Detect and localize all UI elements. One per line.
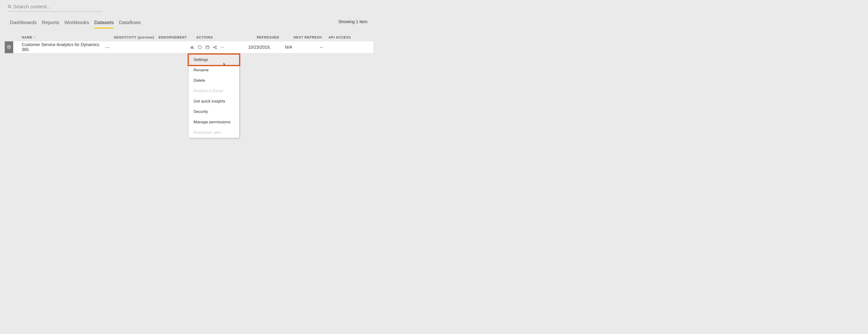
menu-security[interactable]: Security: [189, 107, 239, 117]
row-actions: +: [188, 45, 248, 49]
view-related-icon[interactable]: [213, 45, 217, 49]
more-options-icon[interactable]: [220, 45, 225, 49]
column-endorsement[interactable]: ENDORSEMENT: [159, 35, 196, 39]
tab-datasets[interactable]: Datasets: [94, 20, 114, 29]
row-sensitivity: —: [105, 45, 150, 50]
svg-line-1: [10, 7, 11, 8]
svg-text:+: +: [193, 45, 194, 47]
menu-analyze-in-excel: Analyze in Excel: [189, 86, 239, 96]
dataset-context-menu: Settings Rename Delete Analyze in Excel …: [189, 54, 239, 138]
column-next-refresh[interactable]: NEXT REFRESH: [293, 35, 329, 39]
column-refreshed[interactable]: REFRESHED: [257, 35, 293, 39]
svg-point-18: [223, 47, 224, 48]
svg-rect-3: [191, 47, 191, 49]
svg-rect-5: [193, 48, 193, 49]
svg-point-2: [7, 46, 10, 47]
row-refreshed: 10/23/2019,: [248, 45, 285, 50]
content-tabs: Dashboards Reports Workbooks Datasets Da…: [10, 20, 373, 29]
svg-point-17: [222, 47, 223, 48]
menu-rename[interactable]: Rename: [189, 65, 239, 75]
svg-line-15: [214, 48, 216, 48]
create-report-icon[interactable]: +: [190, 45, 194, 49]
row-name[interactable]: Customer Service Analytics for Dynamics …: [22, 42, 105, 52]
menu-delete[interactable]: Delete: [189, 75, 239, 86]
menu-settings[interactable]: Settings: [189, 55, 239, 65]
row-api-access: --: [320, 45, 344, 50]
svg-line-14: [214, 46, 216, 47]
svg-rect-4: [192, 46, 193, 49]
tab-workbooks[interactable]: Workbooks: [64, 20, 89, 29]
refresh-now-icon[interactable]: [198, 45, 202, 49]
table-row[interactable]: Customer Service Analytics for Dynamics …: [5, 41, 373, 53]
column-api-access[interactable]: API ACCESS: [329, 35, 352, 39]
column-name-label: NAME: [22, 35, 32, 39]
column-actions: ACTIONS: [196, 35, 257, 39]
svg-rect-7: [206, 46, 209, 49]
search-box[interactable]: [7, 3, 102, 11]
column-sensitivity[interactable]: SENSITIVITY (preview): [114, 35, 159, 39]
column-name[interactable]: NAME ↑: [22, 35, 114, 39]
menu-quick-insights[interactable]: Get quick insights: [189, 96, 239, 107]
pointer-cursor-icon: [222, 62, 226, 66]
workspace-content: Showing 1 item Dashboards Reports Workbo…: [5, 3, 373, 53]
svg-point-0: [8, 5, 11, 7]
svg-point-16: [221, 47, 222, 48]
table-header: NAME ↑ SENSITIVITY (preview) ENDORSEMENT…: [5, 33, 373, 41]
menu-manage-permissions[interactable]: Manage permissions: [189, 117, 239, 127]
dataset-type-badge: [5, 41, 13, 53]
row-next-refresh: N/A: [285, 45, 320, 50]
search-input[interactable]: [12, 3, 102, 10]
menu-download-pbix: Download .pbix: [189, 127, 239, 138]
tab-reports[interactable]: Reports: [42, 20, 59, 29]
database-icon: [7, 45, 11, 49]
tab-dashboards[interactable]: Dashboards: [10, 20, 37, 29]
search-icon: [7, 4, 12, 9]
schedule-refresh-icon[interactable]: [205, 45, 210, 49]
item-count: Showing 1 item: [338, 19, 367, 24]
tab-dataflows[interactable]: Dataflows: [119, 20, 141, 29]
sort-asc-icon: ↑: [34, 35, 36, 39]
